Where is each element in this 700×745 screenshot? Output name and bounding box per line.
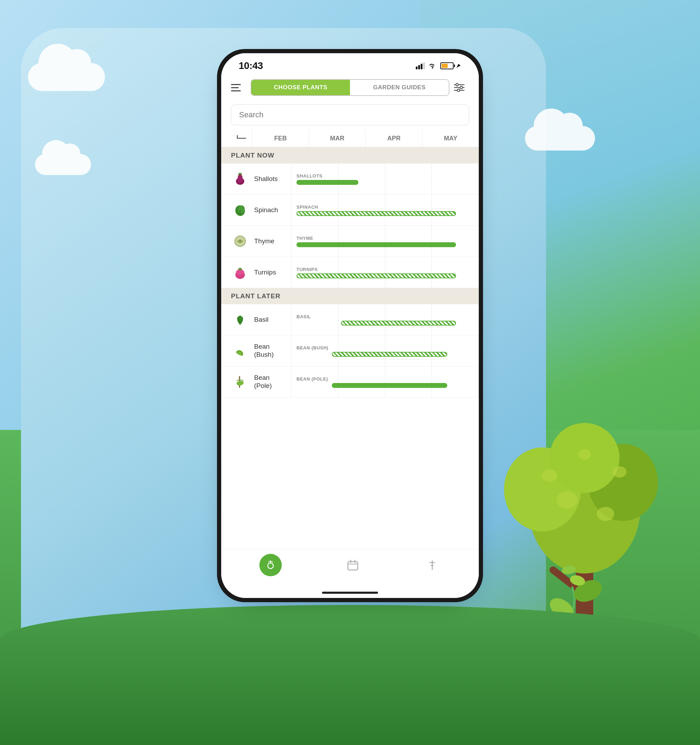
chart-bar bbox=[296, 211, 456, 216]
svg-rect-39 bbox=[348, 561, 358, 570]
plant-row[interactable]: ShallotsSHALLOTS bbox=[221, 163, 479, 194]
plant-icon bbox=[231, 263, 249, 281]
plant-name: Shallots bbox=[254, 175, 278, 183]
svg-point-18 bbox=[432, 67, 433, 69]
plant-row[interactable]: TurnipsTURNIPS bbox=[221, 257, 479, 288]
plant-icon bbox=[231, 201, 249, 219]
plant-chart: SHALLOTS bbox=[291, 163, 479, 194]
chart-label: BEAN (BUSH) bbox=[296, 345, 474, 350]
cloud-1 bbox=[28, 63, 105, 91]
phone-screen: 10:43 bbox=[221, 53, 479, 598]
svg-point-24 bbox=[458, 89, 460, 92]
bottom-nav bbox=[221, 549, 479, 588]
chart-bar-track bbox=[296, 211, 474, 216]
plant-icon bbox=[231, 342, 249, 360]
svg-point-9 bbox=[612, 466, 627, 477]
plant-chart: THYME bbox=[291, 226, 479, 257]
plant-chart: BEAN (POLE) bbox=[291, 367, 479, 397]
app-header: CHOOSE PLANTS GARDEN GUIDES bbox=[221, 74, 479, 102]
plant-row[interactable]: Bean (Pole)BEAN (POLE) bbox=[221, 367, 479, 398]
svg-point-10 bbox=[578, 449, 591, 460]
location-icon bbox=[456, 63, 461, 69]
calendar-nav-icon bbox=[344, 557, 361, 573]
phone-wrapper: 10:43 bbox=[217, 49, 483, 602]
filter-icon bbox=[453, 82, 465, 93]
svg-point-28 bbox=[237, 178, 243, 183]
plant-icon bbox=[231, 311, 249, 329]
plant-name: Spinach bbox=[254, 206, 278, 214]
chart-bar-track bbox=[296, 180, 474, 185]
nav-row: CHOOSE PLANTS GARDEN GUIDES bbox=[231, 79, 469, 96]
tab-choose-plants[interactable]: CHOOSE PLANTS bbox=[251, 80, 350, 95]
plant-info: Spinach bbox=[221, 197, 291, 223]
nav-item-plants[interactable] bbox=[259, 554, 282, 576]
svg-point-7 bbox=[597, 507, 614, 521]
calendar-header: FEB MAR APR MAY bbox=[221, 130, 479, 147]
chart-bar bbox=[332, 352, 447, 357]
svg-point-8 bbox=[542, 469, 557, 482]
battery-icon bbox=[440, 62, 453, 69]
signal-icon bbox=[416, 62, 425, 69]
svg-point-32 bbox=[239, 240, 241, 242]
plant-chart: BASIL bbox=[291, 304, 479, 335]
plant-icon bbox=[231, 373, 249, 391]
section-header-plant-now: PLANT NOW bbox=[221, 147, 479, 163]
chart-label: BASIL bbox=[296, 314, 474, 319]
plant-name: Thyme bbox=[254, 237, 274, 245]
calendar-back-button[interactable] bbox=[231, 130, 252, 147]
status-time: 10:43 bbox=[239, 60, 263, 72]
chart-label: BEAN (POLE) bbox=[296, 376, 474, 381]
plant-nav-icon bbox=[259, 554, 282, 576]
battery-fill bbox=[442, 64, 448, 68]
chart-bar-track bbox=[296, 242, 474, 247]
nav-item-tools[interactable] bbox=[424, 557, 441, 573]
svg-point-37 bbox=[268, 563, 273, 568]
svg-point-20 bbox=[456, 84, 459, 86]
month-list: FEB MAR APR MAY bbox=[252, 130, 479, 147]
filter-button[interactable] bbox=[453, 80, 469, 95]
month-apr: APR bbox=[365, 130, 422, 147]
plant-row[interactable]: ThymeTHYME bbox=[221, 226, 479, 257]
plant-info: Basil bbox=[221, 306, 291, 333]
tab-garden-guides[interactable]: GARDEN GUIDES bbox=[350, 80, 449, 95]
svg-point-36 bbox=[236, 380, 244, 386]
plant-info: Bean (Bush) bbox=[221, 338, 291, 364]
status-bar: 10:43 bbox=[221, 53, 479, 74]
plant-name: Turnips bbox=[254, 269, 276, 277]
plant-chart: TURNIPS bbox=[291, 257, 479, 288]
svg-point-6 bbox=[556, 491, 577, 509]
plant-chart: SPINACH bbox=[291, 194, 479, 226]
plant-name: Bean (Pole) bbox=[254, 374, 286, 390]
chart-label: SPINACH bbox=[296, 205, 474, 210]
plant-icon bbox=[231, 232, 249, 250]
plant-name: Bean (Bush) bbox=[254, 343, 274, 359]
plant-name: Basil bbox=[254, 316, 268, 324]
back-arrow-icon bbox=[236, 133, 247, 144]
chart-bar-track bbox=[296, 383, 474, 388]
chart-label: TURNIPS bbox=[296, 267, 474, 272]
month-feb: FEB bbox=[252, 130, 309, 147]
plant-info: Turnips bbox=[221, 259, 291, 286]
plant-info: Bean (Pole) bbox=[221, 369, 291, 395]
chart-bar bbox=[296, 180, 358, 185]
plant-info: Shallots bbox=[221, 166, 291, 192]
search-input[interactable] bbox=[231, 104, 469, 125]
chart-bar bbox=[296, 242, 456, 247]
chart-bar-track bbox=[296, 274, 474, 278]
plant-row[interactable]: Bean (Bush)BEAN (BUSH) bbox=[221, 335, 479, 367]
plant-list: PLANT NOWShallotsSHALLOTSSpinachSPINACHT… bbox=[221, 147, 479, 549]
svg-point-17 bbox=[561, 565, 576, 576]
phone-frame: 10:43 bbox=[217, 49, 483, 602]
plant-row[interactable]: SpinachSPINACH bbox=[221, 194, 479, 226]
chart-bar bbox=[296, 274, 456, 278]
tools-nav-icon bbox=[424, 557, 441, 573]
nav-item-calendar[interactable] bbox=[344, 557, 361, 573]
status-icons bbox=[416, 62, 461, 69]
plant-info: Thyme bbox=[221, 228, 291, 254]
plant-icon bbox=[231, 170, 249, 188]
chart-label: THYME bbox=[296, 236, 474, 241]
chart-bar-track bbox=[296, 321, 474, 326]
cloud-2 bbox=[35, 154, 91, 175]
plant-row[interactable]: BasilBASIL bbox=[221, 304, 479, 335]
menu-button[interactable] bbox=[231, 80, 247, 95]
